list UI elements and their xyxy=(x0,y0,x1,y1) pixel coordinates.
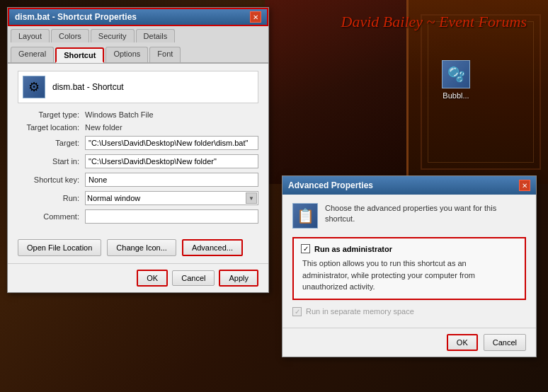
desktop-icon[interactable]: 🫧 Bubbl... xyxy=(435,60,477,100)
run-select[interactable]: Normal window xyxy=(85,191,258,205)
field-target-location: Target location: New folder xyxy=(18,123,258,132)
ok-button[interactable]: OK xyxy=(137,270,168,287)
run-separate-label: Run in separate memory space xyxy=(306,307,414,316)
field-target: Target: xyxy=(18,136,258,150)
comment-input[interactable] xyxy=(85,209,258,224)
dialog-titlebar: dism.bat - Shortcut Properties ✕ xyxy=(8,8,268,26)
advanced-header-text: Choose the advanced properties you want … xyxy=(325,203,526,225)
tab-bar: Layout Colors Security Details General S… xyxy=(8,26,268,64)
action-buttons-row: Open File Location Change Icon... Advanc… xyxy=(8,235,268,260)
tab-security[interactable]: Security xyxy=(91,29,135,42)
run-as-admin-box: Run as administrator This option allows … xyxy=(292,237,526,300)
run-label: Run: xyxy=(18,194,85,202)
tab-options[interactable]: Options xyxy=(105,47,148,62)
shortcut-key-input[interactable] xyxy=(85,173,258,187)
start-in-input[interactable] xyxy=(85,154,258,168)
run-as-description: This option allows you to run this short… xyxy=(301,258,518,293)
advanced-ok-button[interactable]: OK xyxy=(447,334,478,351)
advanced-titlebar: Advanced Properties ✕ xyxy=(282,176,536,195)
field-start-in: Start in: xyxy=(18,154,258,168)
field-shortcut-key: Shortcut key: xyxy=(18,173,258,187)
tab-general[interactable]: General xyxy=(11,47,54,62)
target-type-label: Target type: xyxy=(18,110,85,119)
advanced-header-icon: 📋 xyxy=(292,203,318,229)
tab-layout[interactable]: Layout xyxy=(11,29,50,42)
run-as-admin-label: Run as administrator xyxy=(314,245,392,253)
shortcut-name: dism.bat - Shortcut xyxy=(52,82,124,92)
tab-details[interactable]: Details xyxy=(136,29,176,42)
run-as-admin-row: Run as administrator xyxy=(301,244,518,253)
advanced-content: 📋 Choose the advanced properties you wan… xyxy=(282,195,536,325)
field-target-type: Target type: Windows Batch File xyxy=(18,110,258,119)
right-buttons: OK Cancel Apply xyxy=(137,270,258,287)
dialog-footer-buttons: OK Cancel Apply xyxy=(8,263,268,292)
apply-button[interactable]: Apply xyxy=(219,270,258,287)
field-run: Run: Normal window ▼ xyxy=(18,191,258,205)
advanced-dialog-title: Advanced Properties xyxy=(288,180,373,190)
target-location-value: New folder xyxy=(85,123,122,132)
desktop-icon-label: Bubbl... xyxy=(435,91,477,100)
run-as-admin-checkbox[interactable] xyxy=(301,244,310,253)
target-location-label: Target location: xyxy=(18,123,85,132)
advanced-footer-buttons: OK Cancel xyxy=(282,328,536,357)
tab-shortcut[interactable]: Shortcut xyxy=(55,47,104,63)
target-type-value: Windows Batch File xyxy=(85,110,154,119)
run-select-wrapper: Normal window ▼ xyxy=(85,191,258,205)
desktop-icon-image: 🫧 xyxy=(442,60,470,88)
shortcut-key-label: Shortcut key: xyxy=(18,175,85,184)
advanced-header: 📋 Choose the advanced properties you wan… xyxy=(292,203,526,229)
cancel-button[interactable]: Cancel xyxy=(172,270,215,286)
change-icon-button[interactable]: Change Icon... xyxy=(107,239,176,256)
run-separate-checkbox xyxy=(292,307,302,316)
run-separate-row: Run in separate memory space xyxy=(292,307,526,316)
field-comment: Comment: xyxy=(18,209,258,224)
dialog-close-button[interactable]: ✕ xyxy=(250,11,261,23)
shortcut-properties-dialog: dism.bat - Shortcut Properties ✕ Layout … xyxy=(7,7,269,293)
desktop-watermark: David Bailey ~ Event Forums xyxy=(341,13,527,31)
open-file-location-button[interactable]: Open File Location xyxy=(18,239,101,256)
comment-label: Comment: xyxy=(18,212,85,221)
advanced-cancel-button[interactable]: Cancel xyxy=(484,334,526,351)
shortcut-header: ⚙ dism.bat - Shortcut xyxy=(18,71,258,103)
start-in-label: Start in: xyxy=(18,157,85,166)
advanced-button[interactable]: Advanced... xyxy=(182,239,243,256)
advanced-close-button[interactable]: ✕ xyxy=(519,180,530,191)
target-input[interactable] xyxy=(85,136,258,150)
tab-font[interactable]: Font xyxy=(149,47,181,62)
run-select-arrow: ▼ xyxy=(246,192,257,204)
target-label: Target: xyxy=(18,139,85,147)
shortcut-icon: ⚙ xyxy=(23,76,45,98)
tab-colors[interactable]: Colors xyxy=(51,29,89,42)
dialog-content: ⚙ dism.bat - Shortcut Target type: Windo… xyxy=(8,64,268,235)
dialog-title: dism.bat - Shortcut Properties xyxy=(15,12,137,22)
advanced-properties-dialog: Advanced Properties ✕ 📋 Choose the advan… xyxy=(282,175,537,357)
